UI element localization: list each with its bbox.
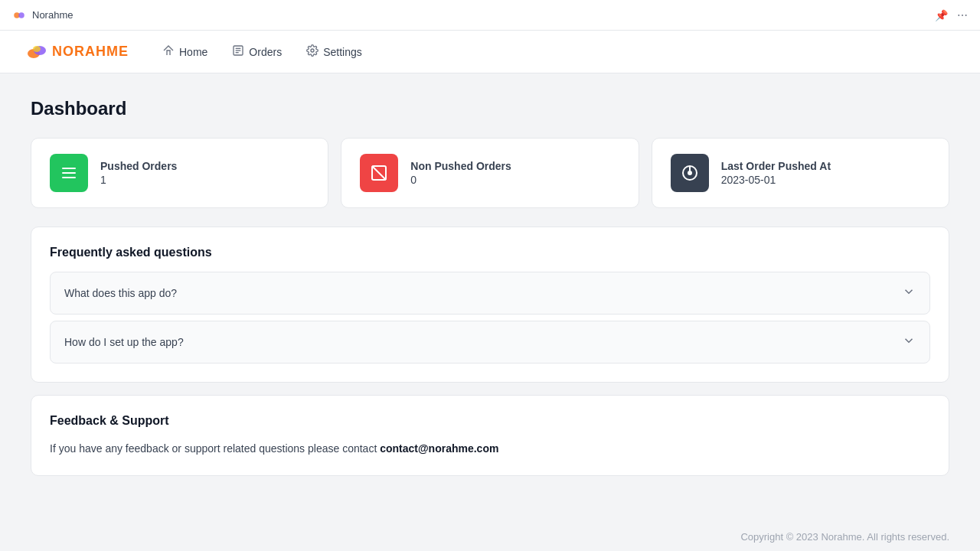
feedback-email[interactable]: contact@norahme.com [380, 442, 498, 455]
feedback-text: If you have any feedback or support rela… [50, 440, 930, 457]
more-icon[interactable]: ⋯ [957, 9, 968, 21]
nav-settings[interactable]: Settings [297, 40, 371, 64]
pushed-orders-icon [50, 154, 88, 192]
title-bar-actions: 📌 ⋯ [935, 9, 968, 21]
last-order-info: Last Order Pushed At 2023-05-01 [721, 160, 831, 186]
nav-home-label: Home [179, 46, 207, 58]
faq-section: Frequently asked questions What does thi… [31, 227, 949, 383]
svg-rect-10 [62, 168, 76, 169]
svg-point-1 [18, 12, 24, 18]
svg-point-17 [688, 171, 691, 174]
last-order-value: 2023-05-01 [721, 174, 831, 186]
footer-text: Copyright © 2023 Norahme. All rights res… [740, 531, 949, 543]
svg-line-14 [372, 166, 386, 180]
faq-chevron-2 [902, 334, 916, 350]
non-pushed-orders-label: Non Pushed Orders [410, 160, 511, 172]
home-icon [162, 44, 175, 60]
feedback-body-text: If you have any feedback or support rela… [50, 442, 377, 455]
nav-bar: NORAHME Home Orders Settings [0, 31, 980, 73]
title-bar: Norahme 📌 ⋯ [0, 0, 980, 31]
pushed-orders-value: 1 [100, 174, 177, 186]
logo[interactable]: NORAHME [24, 40, 129, 64]
faq-item-1[interactable]: What does this app do? [50, 272, 930, 315]
page-title: Dashboard [31, 98, 949, 119]
pin-icon[interactable]: 📌 [935, 9, 948, 21]
nav-orders[interactable]: Orders [223, 40, 291, 64]
nav-home[interactable]: Home [153, 40, 217, 64]
stat-card-last-order: Last Order Pushed At 2023-05-01 [652, 138, 949, 208]
faq-item-2[interactable]: How do I set up the app? [50, 321, 930, 364]
feedback-title: Feedback & Support [50, 414, 930, 428]
pushed-orders-label: Pushed Orders [100, 160, 177, 172]
faq-question-2: How do I set up the app? [64, 336, 184, 348]
settings-icon [306, 44, 318, 60]
nav-settings-label: Settings [323, 46, 362, 58]
faq-title: Frequently asked questions [50, 246, 930, 259]
stat-card-non-pushed-orders: Non Pushed Orders 0 [341, 138, 639, 208]
feedback-section: Feedback & Support If you have any feedb… [31, 395, 949, 476]
main-content: Dashboard Pushed Orders 1 Non Pushed Ord… [0, 73, 980, 513]
orders-icon [232, 44, 244, 60]
app-logo-small [12, 8, 26, 22]
stat-card-pushed-orders: Pushed Orders 1 [31, 138, 328, 208]
last-order-label: Last Order Pushed At [721, 160, 831, 172]
faq-chevron-1 [902, 285, 916, 302]
svg-rect-11 [62, 172, 76, 174]
non-pushed-orders-icon [360, 154, 398, 192]
faq-question-1: What does this app do? [64, 287, 177, 299]
last-order-icon [671, 154, 709, 192]
nav-orders-label: Orders [249, 46, 282, 58]
svg-point-9 [311, 49, 314, 52]
pushed-orders-info: Pushed Orders 1 [100, 160, 177, 186]
non-pushed-orders-info: Non Pushed Orders 0 [410, 160, 511, 186]
title-bar-left: Norahme [12, 8, 73, 22]
logo-icon [24, 40, 49, 64]
logo-text: NORAHME [52, 44, 129, 60]
footer: Copyright © 2023 Norahme. All rights res… [0, 513, 980, 551]
stats-grid: Pushed Orders 1 Non Pushed Orders 0 Last… [31, 138, 949, 208]
svg-rect-12 [62, 177, 76, 178]
app-name: Norahme [32, 9, 73, 21]
svg-line-18 [685, 168, 686, 169]
svg-point-4 [33, 46, 41, 52]
non-pushed-orders-value: 0 [410, 174, 511, 186]
